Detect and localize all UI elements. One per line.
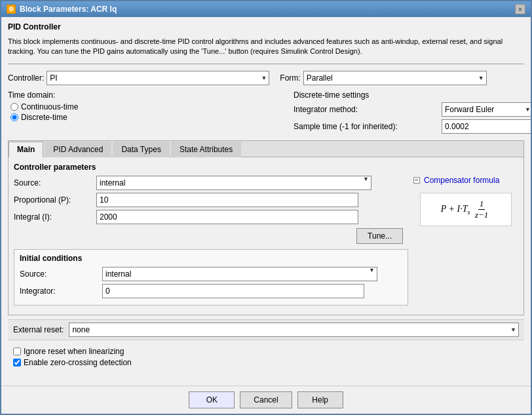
source-select-wrapper: internal external ▼: [96, 176, 371, 190]
integral-input[interactable]: [96, 210, 358, 224]
formula-box: P + I·Ts 1 z−1: [420, 193, 512, 226]
ignore-reset-label: Ignore reset when linearizing: [24, 347, 124, 356]
integrator-method-select-wrapper: Forward Euler Backward Euler Trapezoidal…: [442, 102, 531, 117]
bottom-checkboxes: Ignore reset when linearizing Enable zer…: [8, 344, 524, 372]
main-tab-left: Controller parameters Source: internal e…: [14, 163, 408, 309]
controller-params-section: Controller parameters Source: internal e…: [14, 163, 408, 244]
tune-row: Tune...: [14, 228, 408, 244]
controller-select-wrapper: PI PID PD P I ▼: [47, 71, 269, 85]
cancel-button[interactable]: Cancel: [240, 391, 292, 408]
tab-data-types[interactable]: Data Types: [113, 142, 169, 157]
proportional-label: Proportional (P):: [14, 195, 92, 205]
controller-select[interactable]: PI PID PD P I: [47, 71, 269, 85]
compensator-link[interactable]: Compensator formula: [424, 176, 499, 185]
ignore-reset-checkbox[interactable]: [13, 347, 21, 355]
controller-form-row: Controller: PI PID PD P I ▼ Form: Parall…: [8, 71, 524, 85]
title-bar: ⚙ Block Parameters: ACR Iq ×: [1, 1, 531, 17]
time-domain-box: Time domain: Continuous-time Discrete-ti…: [8, 90, 283, 122]
radio-continuous-input[interactable]: [10, 103, 18, 111]
tab-main[interactable]: Main: [9, 142, 43, 157]
tab-state-attributes[interactable]: State Attributes: [171, 142, 241, 157]
controller-label: Controller:: [8, 73, 44, 83]
ok-button[interactable]: OK: [189, 391, 235, 408]
proportional-input[interactable]: [96, 193, 358, 207]
title-bar-left: ⚙ Block Parameters: ACR Iq: [7, 5, 117, 14]
separator-1: [8, 64, 524, 64]
ic-source-select[interactable]: internal external: [102, 267, 377, 281]
domain-discrete-row: Time domain: Continuous-time Discrete-ti…: [8, 90, 524, 136]
ic-title: Initial conditions: [20, 254, 402, 263]
controller-params-title: Controller parameters: [14, 163, 408, 172]
radio-discrete-label: Discrete-time: [21, 113, 67, 122]
ic-source-select-wrapper: internal external ▼: [102, 267, 377, 281]
window-title: Block Parameters: ACR Iq: [20, 5, 117, 14]
integral-label: Integral (I):: [14, 212, 92, 222]
radio-group: Continuous-time Discrete-time: [10, 102, 283, 122]
zero-crossing-checkbox[interactable]: [13, 359, 21, 366]
ic-source-row: Source: internal external ▼: [20, 267, 402, 281]
external-reset-select-wrapper: none rising falling either level level h…: [69, 323, 519, 337]
integral-row: Integral (I):: [14, 210, 408, 224]
ignore-reset-row: Ignore reset when linearizing: [13, 347, 519, 356]
collapse-icon[interactable]: −: [413, 177, 420, 184]
source-label: Source:: [14, 178, 92, 188]
radio-discrete: Discrete-time: [10, 113, 283, 122]
sample-time-input[interactable]: [442, 119, 531, 134]
form-label: Form:: [280, 73, 300, 83]
initial-conditions-section: Initial conditions Source: internal exte…: [14, 249, 408, 306]
integrator-method-row: Integrator method: Forward Euler Backwar…: [294, 102, 531, 117]
external-reset-row: External reset: none rising falling eith…: [8, 319, 524, 340]
form-select-wrapper: Parallel Ideal ▼: [303, 71, 487, 85]
tabs-header: Main PID Advanced Data Types State Attri…: [9, 141, 523, 157]
integrator-row: Integrator:: [20, 284, 402, 298]
proportional-row: Proportional (P):: [14, 193, 408, 207]
window-icon: ⚙: [7, 5, 16, 14]
main-window: ⚙ Block Parameters: ACR Iq × PID Control…: [0, 0, 532, 415]
discrete-settings-box: Discrete-time settings Integrator method…: [294, 90, 531, 136]
main-tab-inner: Controller parameters Source: internal e…: [14, 163, 518, 309]
integrator-method-label: Integrator method:: [294, 105, 438, 114]
sample-time-label: Sample time (-1 for inherited):: [294, 122, 438, 131]
zero-crossing-row: Enable zero-crossing detection: [13, 358, 519, 367]
ic-source-label: Source:: [20, 269, 98, 279]
external-reset-label: External reset:: [13, 325, 64, 334]
form-select[interactable]: Parallel Ideal: [303, 71, 487, 85]
radio-discrete-input[interactable]: [10, 113, 18, 121]
dialog-buttons: OK Cancel Help: [1, 385, 531, 414]
tune-button[interactable]: Tune...: [356, 228, 403, 244]
radio-continuous-label: Continuous-time: [21, 102, 78, 111]
radio-continuous: Continuous-time: [10, 102, 283, 111]
main-content: PID Controller This block implements con…: [1, 17, 531, 385]
tabs-container: Main PID Advanced Data Types State Attri…: [8, 140, 524, 315]
integrator-label: Integrator:: [20, 287, 98, 296]
block-title: PID Controller: [8, 22, 524, 31]
integrator-method-select[interactable]: Forward Euler Backward Euler Trapezoidal: [442, 102, 531, 117]
external-reset-select[interactable]: none rising falling either level level h…: [69, 323, 519, 337]
source-row: Source: internal external ▼: [14, 176, 408, 190]
tab-main-content: Controller parameters Source: internal e…: [9, 157, 523, 315]
time-domain-title: Time domain:: [8, 90, 283, 100]
formula-text: P + I·Ts 1 z−1: [441, 204, 491, 214]
main-tab-right: − Compensator formula P + I·Ts 1 z−1: [413, 163, 518, 309]
integrator-input[interactable]: [102, 284, 364, 298]
close-button[interactable]: ×: [515, 4, 525, 14]
tab-pid-advanced[interactable]: PID Advanced: [45, 142, 111, 157]
help-button[interactable]: Help: [297, 391, 343, 408]
block-description: This block implements continuous- and di…: [8, 37, 524, 57]
discrete-settings-title: Discrete-time settings: [294, 90, 531, 100]
source-select[interactable]: internal external: [96, 176, 371, 190]
zero-crossing-label: Enable zero-crossing detection: [24, 358, 132, 367]
sample-time-row: Sample time (-1 for inherited):: [294, 119, 531, 134]
